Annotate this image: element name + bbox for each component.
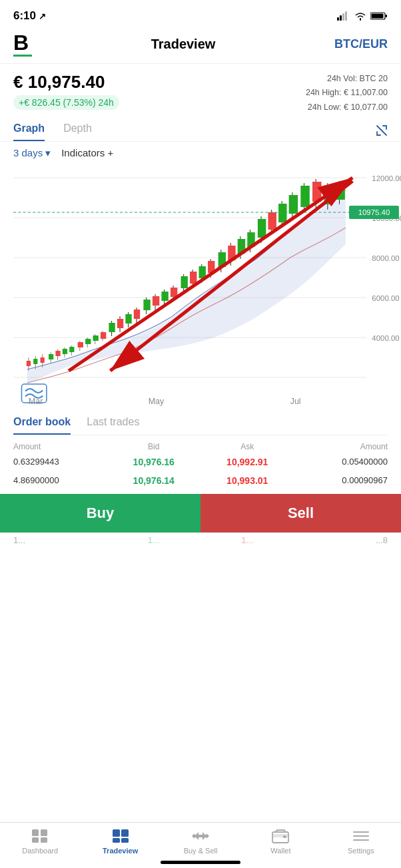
order-book-section: Order book Last trades Amount Bid Ask Am… bbox=[0, 416, 401, 486]
svg-text:10975.40: 10975.40 bbox=[358, 208, 390, 216]
svg-rect-69 bbox=[238, 239, 245, 254]
row1-ask: 10,992.91 bbox=[200, 457, 294, 467]
svg-rect-5 bbox=[386, 15, 388, 17]
svg-rect-27 bbox=[55, 351, 60, 356]
col-ask: Ask bbox=[200, 442, 294, 451]
svg-text:8000.00: 8000.00 bbox=[372, 254, 399, 262]
nav-wallet-label: Wallet bbox=[270, 847, 290, 855]
svg-rect-31 bbox=[69, 347, 74, 352]
svg-rect-39 bbox=[101, 332, 106, 339]
svg-text:6000.00: 6000.00 bbox=[372, 294, 399, 302]
svg-rect-100 bbox=[32, 837, 39, 843]
svg-rect-35 bbox=[85, 339, 91, 344]
status-icons bbox=[337, 11, 388, 21]
svg-rect-1 bbox=[340, 15, 342, 21]
signal-icon bbox=[337, 11, 350, 21]
svg-rect-57 bbox=[181, 276, 188, 288]
svg-rect-3 bbox=[345, 11, 347, 21]
row1-bid: 10,976.16 bbox=[107, 457, 201, 467]
svg-rect-87 bbox=[336, 184, 345, 200]
header-title: Tradeview bbox=[151, 37, 216, 52]
svg-rect-0 bbox=[337, 17, 339, 21]
col-bid: Bid bbox=[107, 442, 201, 451]
svg-rect-21 bbox=[33, 359, 37, 364]
svg-rect-19 bbox=[27, 361, 31, 366]
nav-buysell-label: Buy & Sell bbox=[184, 847, 218, 855]
row1-amount-right: 0.05400000 bbox=[294, 457, 388, 467]
chart-tabs: Graph Depth bbox=[0, 118, 401, 142]
svg-text:May: May bbox=[149, 397, 165, 406]
svg-rect-98 bbox=[32, 829, 39, 836]
app-header: B Tradeview BTC/EUR bbox=[0, 29, 401, 64]
tab-order-book[interactable]: Order book bbox=[13, 416, 71, 435]
row2-amount-left: 4.86900000 bbox=[13, 475, 107, 485]
vol-stat: 24h Vol: BTC 20 bbox=[306, 72, 388, 86]
svg-rect-29 bbox=[63, 349, 67, 354]
status-bar: 6:10 ↗ bbox=[0, 0, 401, 29]
nav-tradeview-label: Tradeview bbox=[103, 847, 138, 855]
low-stat: 24h Low: € 10,077.00 bbox=[306, 101, 388, 114]
nav-wallet[interactable]: Wallet bbox=[240, 828, 320, 855]
action-buttons: Buy Sell bbox=[0, 494, 401, 533]
svg-rect-37 bbox=[93, 335, 99, 341]
nav-settings[interactable]: Settings bbox=[321, 828, 401, 855]
price-left: € 10,975.40 +€ 826.45 (7.53%) 24h bbox=[13, 72, 119, 110]
svg-rect-25 bbox=[49, 354, 53, 359]
svg-rect-67 bbox=[228, 246, 235, 260]
col-amount-right: Amount bbox=[294, 442, 388, 451]
tab-depth[interactable]: Depth bbox=[63, 122, 92, 141]
order-row: 4.86900000 10,976.14 10,993.01 0.0009096… bbox=[13, 475, 388, 486]
svg-rect-23 bbox=[41, 357, 45, 363]
chart-area: 12000.00 10000.00 8000.00 6000.00 4000.0… bbox=[13, 164, 401, 411]
svg-text:12000.00: 12000.00 bbox=[372, 174, 401, 182]
trading-pair[interactable]: BTC/EUR bbox=[334, 37, 388, 51]
status-time: 6:10 ↗ bbox=[13, 9, 46, 23]
svg-rect-63 bbox=[208, 261, 214, 273]
main-price: € 10,975.40 bbox=[13, 72, 119, 93]
svg-rect-71 bbox=[247, 232, 254, 247]
chart-indicators[interactable]: Indicators + bbox=[61, 147, 113, 158]
svg-rect-49 bbox=[143, 300, 150, 310]
nav-settings-label: Settings bbox=[348, 847, 374, 855]
svg-rect-99 bbox=[41, 829, 47, 836]
expand-icon[interactable] bbox=[376, 124, 388, 139]
location-icon: ↗ bbox=[39, 11, 46, 21]
nav-buysell[interactable]: Buy & Sell bbox=[161, 828, 240, 855]
row1-amount-left: 0.63299443 bbox=[13, 457, 107, 467]
svg-rect-53 bbox=[161, 292, 168, 301]
svg-rect-55 bbox=[171, 288, 177, 297]
chart-controls: 3 days ▾ Indicators + bbox=[0, 142, 401, 164]
sell-button[interactable]: Sell bbox=[200, 494, 401, 533]
svg-rect-65 bbox=[218, 252, 226, 267]
settings-icon bbox=[352, 828, 370, 844]
dashboard-icon bbox=[31, 828, 49, 844]
col-amount-left: Amount bbox=[13, 442, 107, 451]
svg-rect-103 bbox=[121, 829, 129, 837]
svg-rect-6 bbox=[372, 14, 384, 19]
price-stats: 24h Vol: BTC 20 24h High: € 11,007.00 24… bbox=[306, 72, 388, 114]
row2-ask: 10,993.01 bbox=[200, 475, 294, 486]
svg-rect-45 bbox=[125, 314, 131, 324]
chart-period[interactable]: 3 days ▾ bbox=[13, 147, 51, 159]
nav-tradeview[interactable]: Tradeview bbox=[80, 828, 160, 855]
tab-graph[interactable]: Graph bbox=[13, 122, 45, 141]
chevron-down-icon: ▾ bbox=[45, 147, 51, 159]
tab-last-trades[interactable]: Last trades bbox=[87, 416, 139, 435]
svg-rect-105 bbox=[121, 838, 129, 843]
svg-rect-77 bbox=[278, 204, 286, 222]
svg-rect-79 bbox=[289, 195, 298, 214]
order-header: Amount Bid Ask Amount bbox=[13, 442, 388, 451]
svg-rect-101 bbox=[41, 837, 47, 843]
nav-dashboard[interactable]: Dashboard bbox=[0, 828, 80, 855]
svg-rect-83 bbox=[312, 182, 322, 202]
svg-rect-73 bbox=[258, 219, 266, 238]
svg-rect-104 bbox=[113, 838, 120, 843]
wifi-icon bbox=[354, 11, 366, 21]
order-tabs: Order book Last trades bbox=[13, 416, 388, 435]
tradeview-icon bbox=[111, 828, 130, 844]
svg-rect-81 bbox=[300, 186, 310, 207]
high-stat: 24h High: € 11,007.00 bbox=[306, 86, 388, 100]
svg-rect-102 bbox=[113, 829, 120, 837]
buy-button[interactable]: Buy bbox=[0, 494, 200, 533]
row2-bid: 10,976.14 bbox=[107, 475, 201, 486]
